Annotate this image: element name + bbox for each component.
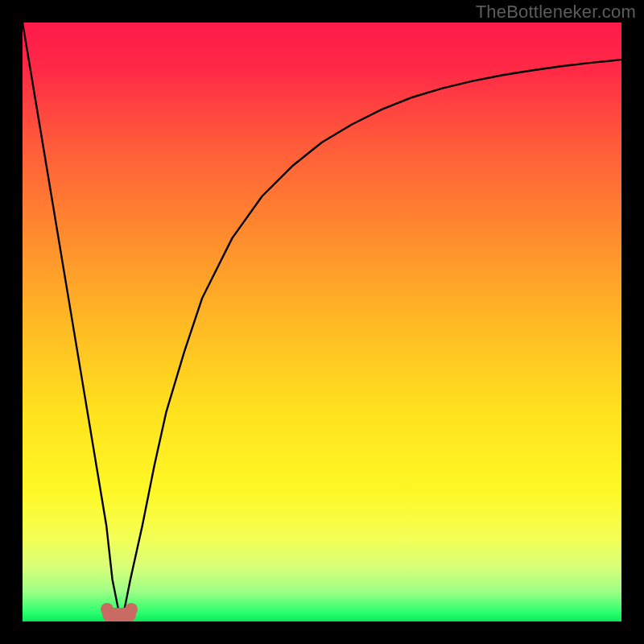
bottleneck-curve <box>23 23 621 621</box>
curve-min-marker <box>102 608 136 621</box>
chart-frame: TheBottleneker.com <box>0 0 644 644</box>
plot-area <box>23 23 621 621</box>
watermark-text: TheBottleneker.com <box>476 2 636 23</box>
